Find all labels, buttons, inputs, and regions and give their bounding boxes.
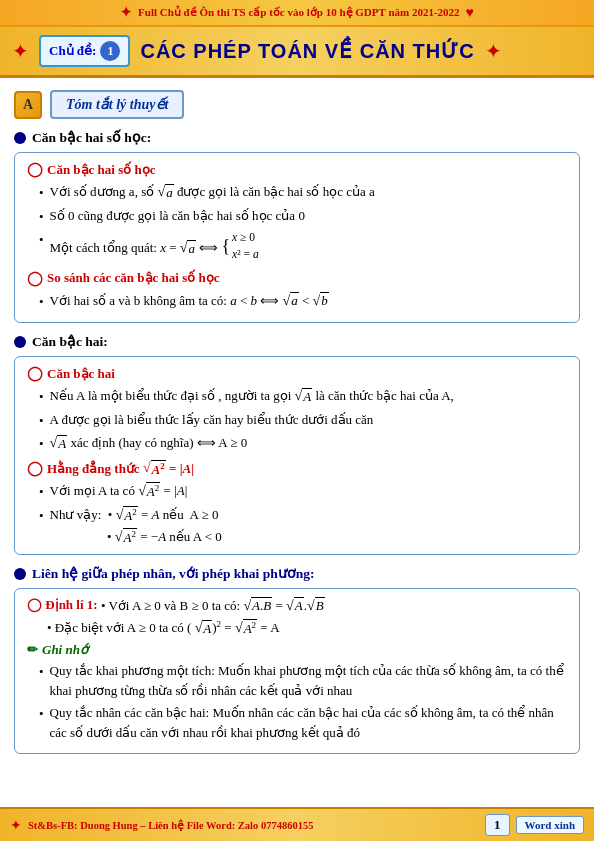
note-list: Quy tắc khai phương một tích: Muốn khai … xyxy=(27,661,567,742)
star-dec-right: ✦ xyxy=(485,39,502,63)
sub-title-2a: ◯ Căn bậc hai xyxy=(27,365,567,382)
bottom-bar-text: St&Bs-FB: Duong Hung – Liên hệ File Word… xyxy=(28,819,313,831)
title-main: CÁC PHÉP TOÁN VỀ CĂN THỨC xyxy=(140,39,474,63)
sub-title-2b-text: Hằng đẳng thức √A2 = |A| xyxy=(47,460,194,478)
circle-icon-2a: ◯ xyxy=(27,365,43,382)
bullet-dot-3 xyxy=(14,568,26,580)
list-item: Quy tắc khai phương một tích: Muốn khai … xyxy=(39,661,567,700)
page-number: 1 xyxy=(485,814,510,836)
list-item: Với mọi A ta có √A2 = |A| xyxy=(39,481,567,502)
circle-icon-1b: ◯ xyxy=(27,270,43,287)
sub-title-2b: ◯ Hằng đẳng thức √A2 = |A| xyxy=(27,460,567,478)
list-item: Nếu A là một biểu thức đại số , người ta… xyxy=(39,386,567,407)
a-badge: A xyxy=(14,91,42,119)
section-a-title: Tóm tắt lý thuyết xyxy=(50,90,184,119)
section2-box: ◯ Căn bậc hai Nếu A là một biểu thức đại… xyxy=(14,356,580,555)
theorem-content1: • Với A ≥ 0 và B ≥ 0 ta có: √A.B = √A.√B xyxy=(101,598,325,613)
item-sqrt-neg: • √A2 = −A nếu A < 0 xyxy=(27,528,567,546)
bottom-right: 1 Word xinh xyxy=(485,814,584,836)
sub-title-1b-text: So sánh các căn bậc hai số học xyxy=(47,270,219,286)
a-badge-text: A xyxy=(23,97,33,113)
item-list-2b: Với mọi A ta có √A2 = |A| Như vậy: • √A2… xyxy=(27,481,567,525)
word-xinh-label: Word xinh xyxy=(516,816,584,834)
theorem-content2: • Đặc biệt với A ≥ 0 ta có ( √A)2 = √A2 … xyxy=(47,620,280,635)
section2-title: Căn bậc hai: xyxy=(14,333,580,350)
list-item: Quy tắc nhân các căn bậc hai: Muốn nhân … xyxy=(39,703,567,742)
section3-box: ◯ Định lí 1: • Với A ≥ 0 và B ≥ 0 ta có:… xyxy=(14,588,580,754)
sub-title-2a-text: Căn bậc hai xyxy=(47,366,115,382)
star-icon-left: ✦ xyxy=(120,4,132,21)
sub-title-1a-text: Căn bậc hai số học xyxy=(47,162,156,178)
section1-title-text: Căn bậc hai số học: xyxy=(32,129,151,146)
item-list-2a: Nếu A là một biểu thức đại số , người ta… xyxy=(27,386,567,454)
title-section: ✦ Chủ đề: 1 CÁC PHÉP TOÁN VỀ CĂN THỨC ✦ xyxy=(0,27,594,78)
chu-de-label: Chủ đề: 1 xyxy=(39,35,130,67)
item-list-1b: Với hai số a và b không âm ta có: a < b … xyxy=(27,291,567,312)
bottom-star-icon: ✦ xyxy=(10,817,22,834)
note-label-text: Ghi nhớ xyxy=(42,642,88,658)
theorem-line2: • Đặc biệt với A ≥ 0 ta có ( √A)2 = √A2 … xyxy=(27,619,567,637)
list-item: √A xác định (hay có nghĩa) ⟺ A ≥ 0 xyxy=(39,433,567,454)
sub-title-1a: ◯ Căn bậc hai số học xyxy=(27,161,567,178)
list-item: Số 0 cũng được gọi là căn bậc hai số học… xyxy=(39,206,567,227)
circle-icon-1a: ◯ xyxy=(27,161,43,178)
list-item: Với số dương a, số √a được gọi là căn bậ… xyxy=(39,182,567,203)
circle-icon-2b: ◯ xyxy=(27,460,43,477)
list-item: A được gọi là biểu thức lấy căn hay biểu… xyxy=(39,410,567,431)
bottom-left: ✦ St&Bs-FB: Duong Hung – Liên hệ File Wo… xyxy=(10,817,313,834)
section3-title-text: Liên hệ giữa phép nhân, với phép khai ph… xyxy=(32,565,314,582)
chu-de-num: 1 xyxy=(100,41,120,61)
sub-title-1b: ◯ So sánh các căn bậc hai số học xyxy=(27,270,567,287)
page-container: ✦ Full Chủ đề Ôn thi TS cấp tốc vào lớp … xyxy=(0,0,594,804)
top-bar-text: Full Chủ đề Ôn thi TS cấp tốc vào lớp 10… xyxy=(138,6,460,19)
bullet-dot-1 xyxy=(14,132,26,144)
section2-title-text: Căn bậc hai: xyxy=(32,333,108,350)
section1-title: Căn bậc hai số học: xyxy=(14,129,580,146)
theorem-label: ◯ Định lí 1: xyxy=(27,598,101,613)
list-item: Như vậy: • √A2 = A nếu A ≥ 0 xyxy=(39,505,567,526)
section1-box: ◯ Căn bậc hai số học Với số dương a, số … xyxy=(14,152,580,323)
star-dec-left: ✦ xyxy=(12,39,29,63)
section-a-header: A Tóm tắt lý thuyết xyxy=(14,90,580,119)
bottom-bar: ✦ St&Bs-FB: Duong Hung – Liên hệ File Wo… xyxy=(0,807,594,841)
list-item: Một cách tổng quát: x = √a ⟺ { x ≥ 0 x² … xyxy=(39,229,567,264)
note-label: ✏ Ghi nhớ xyxy=(27,642,567,658)
pencil-icon: ✏ xyxy=(27,642,38,658)
chu-de-text: Chủ đề: xyxy=(49,43,96,59)
section3-title: Liên hệ giữa phép nhân, với phép khai ph… xyxy=(14,565,580,582)
bullet-dot-2 xyxy=(14,336,26,348)
theorem-line1: ◯ Định lí 1: • Với A ≥ 0 và B ≥ 0 ta có:… xyxy=(27,597,567,614)
list-item: Với hai số a và b không âm ta có: a < b … xyxy=(39,291,567,312)
item-list-1a: Với số dương a, số √a được gọi là căn bậ… xyxy=(27,182,567,264)
top-bar: ✦ Full Chủ đề Ôn thi TS cấp tốc vào lớp … xyxy=(0,0,594,27)
heart-icon-right: ♥ xyxy=(466,5,474,21)
